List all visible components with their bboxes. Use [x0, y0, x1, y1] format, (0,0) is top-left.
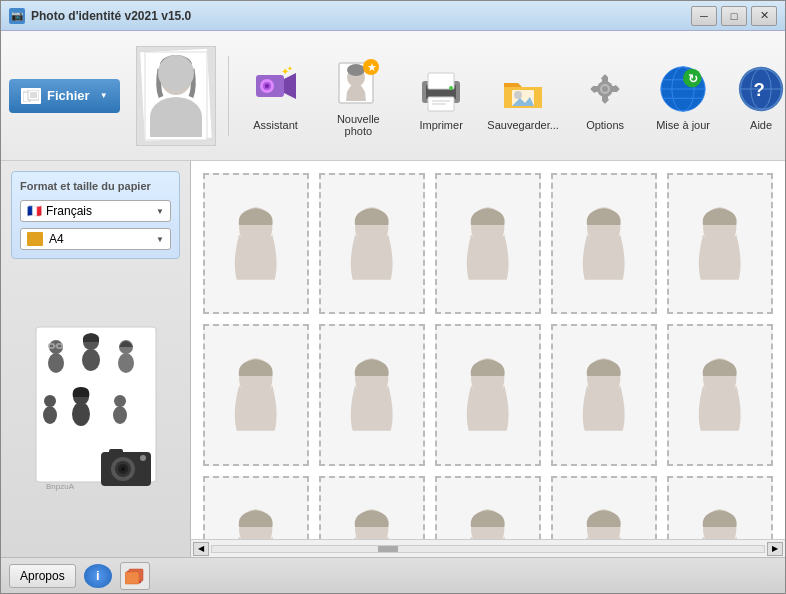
- toolbar-item-mise-a-jour[interactable]: ↻ Mise à jour: [648, 57, 718, 135]
- svg-point-69: [43, 406, 57, 424]
- mise-a-jour-icon: ↻: [659, 61, 707, 117]
- toolbar-item-aide[interactable]: ? Aide: [726, 57, 786, 135]
- svg-point-72: [114, 395, 126, 407]
- photo-cell: [319, 324, 425, 465]
- scroll-thumb[interactable]: [378, 546, 398, 552]
- fichier-icon: [21, 88, 41, 104]
- photo-cell: [551, 324, 657, 465]
- svg-text:✦: ✦: [287, 65, 293, 72]
- nouvelle-photo-icon: ★: [334, 55, 382, 111]
- svg-text:↻: ↻: [688, 71, 698, 85]
- photo-grid-area: ◀ ▶: [191, 161, 785, 557]
- aide-icon: ?: [737, 61, 785, 117]
- photo-cell: [203, 324, 309, 465]
- photo-cell: [667, 173, 773, 314]
- toolbar-item-sauvegarder[interactable]: Sauvegarder...: [484, 57, 562, 135]
- toolbar-items: ✦ ✦ Assistant: [241, 51, 786, 141]
- svg-point-67: [118, 353, 134, 373]
- svg-point-68: [44, 395, 56, 407]
- nouvelle-photo-label: Nouvelle photo: [327, 113, 391, 137]
- svg-point-80: [140, 455, 146, 461]
- toolbar-divider: [228, 56, 229, 136]
- toolbar-item-assistant[interactable]: ✦ ✦ Assistant: [241, 57, 311, 135]
- svg-point-78: [121, 467, 125, 471]
- paper-icon: [27, 232, 43, 246]
- photo-cell: [319, 476, 425, 539]
- svg-point-71: [72, 402, 90, 426]
- svg-text:★: ★: [367, 61, 377, 73]
- imprimer-icon: [417, 61, 465, 117]
- photo-grid: [203, 173, 773, 539]
- apropos-button[interactable]: Apropos: [9, 564, 76, 588]
- country-select-arrow: ▼: [156, 207, 164, 216]
- minimize-button[interactable]: ─: [691, 6, 717, 26]
- svg-point-29: [514, 91, 522, 99]
- toolbar-item-nouvelle-photo[interactable]: ★ Nouvelle photo: [319, 51, 399, 141]
- photo-cell: [551, 476, 657, 539]
- info-icon: i: [96, 568, 100, 583]
- app-icon: 📷: [9, 8, 25, 24]
- main-window: 📷 Photo d'identité v2021 v15.0 ─ □ ✕ Fic…: [0, 0, 786, 594]
- format-section-label: Format et taille du papier: [20, 180, 171, 192]
- assistant-icon: ✦ ✦: [252, 61, 300, 117]
- toolbar-item-imprimer[interactable]: Imprimer: [406, 57, 476, 135]
- photo-cell: [667, 476, 773, 539]
- options-label: Options: [586, 119, 624, 131]
- photo-grid-scroll[interactable]: [191, 161, 785, 539]
- svg-point-13: [265, 84, 269, 88]
- svg-point-59: [49, 340, 63, 354]
- sauvegarder-label: Sauvegarder...: [487, 119, 559, 131]
- photo-cell: [203, 173, 309, 314]
- scroll-left-button[interactable]: ◀: [193, 542, 209, 556]
- svg-point-65: [82, 349, 100, 371]
- format-section: Format et taille du papier 🇫🇷 Français ▼…: [11, 171, 180, 259]
- info-button[interactable]: i: [84, 564, 112, 588]
- preview-illustration: BnpzuA: [11, 271, 180, 547]
- options-icon: [581, 61, 629, 117]
- imprimer-label: Imprimer: [419, 119, 462, 131]
- toolbar: Fichier ▼: [1, 31, 785, 161]
- photo-cell: [667, 324, 773, 465]
- maximize-button[interactable]: □: [721, 6, 747, 26]
- svg-point-73: [113, 406, 127, 424]
- fichier-button[interactable]: Fichier ▼: [9, 79, 120, 113]
- photos-button[interactable]: [120, 562, 150, 590]
- scroll-track[interactable]: [211, 545, 765, 553]
- svg-rect-99: [125, 572, 139, 584]
- svg-point-18: [347, 64, 365, 76]
- svg-point-60: [48, 353, 64, 373]
- photo-cell: [435, 173, 541, 314]
- photo-thumbnail: [136, 46, 216, 146]
- main-area: Format et taille du papier 🇫🇷 Français ▼…: [1, 161, 785, 557]
- status-bar: Apropos i: [1, 557, 785, 593]
- preview-svg: BnpzuA: [16, 317, 176, 502]
- title-bar: 📷 Photo d'identité v2021 v15.0 ─ □ ✕: [1, 1, 785, 31]
- country-flag: 🇫🇷: [27, 204, 42, 218]
- window-title: Photo d'identité v2021 v15.0: [31, 9, 691, 23]
- svg-point-33: [602, 86, 608, 92]
- left-panel: Format et taille du papier 🇫🇷 Français ▼…: [1, 161, 191, 557]
- horizontal-scrollbar[interactable]: ◀ ▶: [191, 539, 785, 557]
- svg-point-7: [160, 59, 192, 95]
- mise-a-jour-label: Mise à jour: [656, 119, 710, 131]
- svg-point-8: [160, 55, 192, 75]
- toolbar-item-options[interactable]: Options: [570, 57, 640, 135]
- country-select[interactable]: 🇫🇷 Français ▼: [20, 200, 171, 222]
- aide-label: Aide: [750, 119, 772, 131]
- paper-select[interactable]: A4 ▼: [20, 228, 171, 250]
- assistant-label: Assistant: [253, 119, 298, 131]
- scroll-right-button[interactable]: ▶: [767, 542, 783, 556]
- fichier-label: Fichier: [47, 88, 90, 103]
- photo-cell: [203, 476, 309, 539]
- paper-value: A4: [49, 232, 156, 246]
- svg-text:?: ?: [754, 79, 765, 100]
- photo-cell: [319, 173, 425, 314]
- svg-rect-6: [145, 52, 207, 140]
- window-controls: ─ □ ✕: [691, 6, 777, 26]
- svg-point-27: [449, 86, 453, 90]
- photo-cell: [435, 324, 541, 465]
- photos-icon: [125, 567, 145, 585]
- photo-cell: [435, 476, 541, 539]
- paper-select-arrow: ▼: [156, 235, 164, 244]
- close-button[interactable]: ✕: [751, 6, 777, 26]
